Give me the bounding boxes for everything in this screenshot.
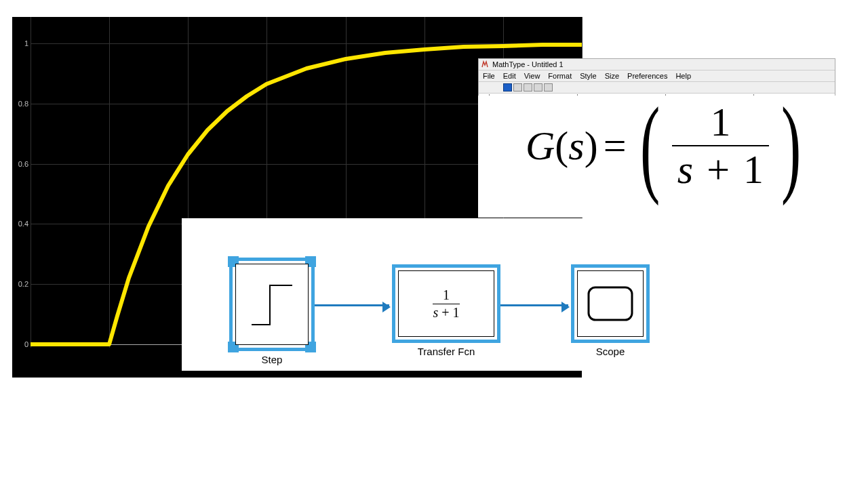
step-icon [248,277,296,331]
mathtype-title-text: MathType - Untitled 1 [492,60,564,68]
transfer-fcn-block-label: Transfer Fcn [392,346,500,357]
menu-edit[interactable]: Edit [503,72,516,80]
ytick-0p4: 0.4 [14,220,28,228]
menu-style[interactable]: Style [580,72,596,80]
toolbar-btn-1[interactable] [503,83,512,92]
fraction: 1 s + 1 [672,102,769,190]
mathtype-titlebar[interactable]: MathType - Untitled 1 [479,59,835,70]
toolbar-btn-3[interactable] [524,83,532,92]
equation-g-of-s: G ( s ) = ( 1 s + 1 ) [526,102,809,190]
signal-arrow-1[interactable] [315,304,389,306]
menu-file[interactable]: File [483,72,495,80]
simulink-model: Step 1 s + 1 Transfer Fcn Scope [182,218,670,371]
tf-fraction: 1 s + 1 [433,287,459,321]
toolbar-btn-2[interactable] [513,83,522,92]
menu-help[interactable]: Help [675,72,691,80]
step-block-label: Step [229,354,315,365]
scope-icon [587,286,633,321]
menu-preferences[interactable]: Preferences [627,72,667,80]
mathtype-app-icon [481,60,490,68]
fraction-bar-icon [672,145,769,146]
scope-block-label: Scope [571,346,650,357]
ytick-0p8: 0.8 [14,100,28,108]
scope-block[interactable]: Scope [571,264,650,343]
menu-format[interactable]: Format [548,72,572,80]
toolbar-btn-5[interactable] [544,83,553,92]
signal-arrow-2[interactable] [500,304,568,306]
ytick-1: 1 [14,39,28,47]
step-block[interactable]: Step [229,258,315,351]
mathtype-menubar: File Edit View Format Style Size Prefere… [479,70,835,82]
toolbar-btn-4[interactable] [534,83,542,92]
svg-rect-0 [589,287,632,320]
ytick-0: 0 [14,340,28,348]
menu-view[interactable]: View [524,72,540,80]
ytick-0p6: 0.6 [14,160,28,168]
transfer-fcn-block[interactable]: 1 s + 1 Transfer Fcn [392,264,500,343]
ytick-0p2: 0.2 [14,280,28,288]
menu-size[interactable]: Size [605,72,619,80]
